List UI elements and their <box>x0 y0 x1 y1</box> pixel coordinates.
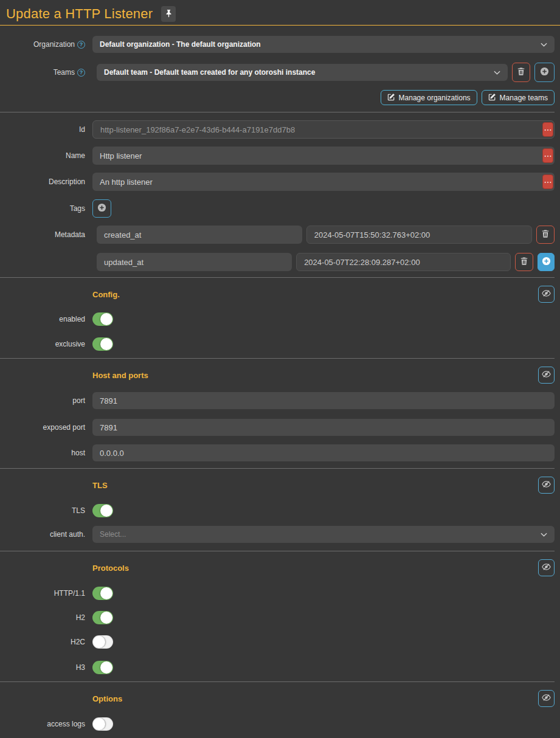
page-title: Update a HTTP Listener <box>6 6 153 22</box>
teams-add-button[interactable] <box>534 63 555 82</box>
exposed-port-row: exposed port <box>0 419 555 436</box>
exposed-port-input[interactable] <box>92 419 555 436</box>
exclusive-toggle[interactable] <box>92 337 113 351</box>
client-auth-row: client auth. Select... <box>0 526 555 543</box>
access-logs-toggle[interactable] <box>92 717 113 731</box>
chevron-down-icon <box>494 71 500 75</box>
enabled-label: enabled <box>59 315 85 323</box>
metadata-delete-button[interactable] <box>515 253 533 271</box>
host-label: host <box>71 449 85 457</box>
metadata-value-input[interactable] <box>296 253 511 271</box>
toggle-knob <box>100 338 112 350</box>
port-label: port <box>72 396 85 405</box>
manage-organizations-label: Manage organizations <box>399 94 471 102</box>
eye-slash-icon <box>542 480 551 490</box>
metadata-key-input[interactable] <box>97 226 302 244</box>
description-more-button[interactable]: ⋯ <box>542 174 553 189</box>
metadata-label: Metadata <box>55 230 85 239</box>
http11-toggle[interactable] <box>92 587 113 600</box>
edit-icon <box>387 93 395 103</box>
tags-add-button[interactable] <box>92 199 111 218</box>
name-input[interactable] <box>92 147 555 165</box>
eye-slash-icon <box>542 370 551 380</box>
options-hide-button[interactable] <box>538 690 555 707</box>
tls-hide-button[interactable] <box>538 477 555 494</box>
access-logs-row: access logs <box>0 717 555 731</box>
host-hide-button[interactable] <box>538 367 555 384</box>
id-label: Id <box>79 125 85 134</box>
tls-toggle[interactable] <box>92 504 113 517</box>
h2-row: H2 <box>0 611 555 624</box>
protocols-section-title: Protocols <box>92 564 129 573</box>
enabled-row: enabled <box>0 312 555 326</box>
toggle-knob <box>100 313 112 325</box>
teams-delete-button[interactable] <box>512 63 530 82</box>
section-divider <box>0 358 555 359</box>
toggle-knob <box>100 587 112 599</box>
trash-icon <box>517 67 525 78</box>
h3-label: H3 <box>76 663 85 672</box>
tls-label: TLS <box>72 506 85 515</box>
name-more-button[interactable]: ⋯ <box>542 148 553 163</box>
config-section-title: Config. <box>92 290 120 299</box>
exclusive-row: exclusive <box>0 337 555 351</box>
client-auth-select[interactable]: Select... <box>92 526 555 543</box>
tls-section-title: TLS <box>92 481 108 490</box>
tls-toggle-row: TLS <box>0 504 555 517</box>
manage-buttons-row: Manage organizations Manage teams <box>0 90 555 105</box>
protocols-hide-button[interactable] <box>538 559 555 576</box>
manage-teams-button[interactable]: Manage teams <box>482 90 555 105</box>
name-label: Name <box>66 151 85 160</box>
organization-select[interactable]: Default organization - The default organ… <box>92 36 555 53</box>
organization-select-value: Default organization - The default organ… <box>100 40 261 49</box>
toggle-knob <box>100 505 112 517</box>
organization-help-icon[interactable]: ? <box>77 41 85 49</box>
toggle-knob <box>100 661 112 674</box>
enabled-toggle[interactable] <box>92 312 113 326</box>
edit-icon <box>488 93 496 103</box>
manage-organizations-button[interactable]: Manage organizations <box>381 90 477 105</box>
metadata-add-button[interactable] <box>538 253 555 271</box>
teams-label-wrap: Teams ? <box>0 68 92 77</box>
teams-row: Teams ? Default team - Default team crea… <box>0 63 555 82</box>
pin-button[interactable] <box>161 6 176 22</box>
http11-row: HTTP/1.1 <box>0 587 555 600</box>
metadata-key-input[interactable] <box>97 253 292 271</box>
tags-row: Tags <box>0 199 555 218</box>
metadata-delete-button[interactable] <box>536 226 555 244</box>
teams-select[interactable]: Default team - Default team created for … <box>97 64 508 81</box>
plus-circle-icon <box>97 203 106 214</box>
host-section-header: Host and ports <box>92 367 555 384</box>
exclusive-label: exclusive <box>55 340 85 348</box>
manage-teams-label: Manage teams <box>500 94 548 102</box>
access-logs-label: access logs <box>47 720 85 728</box>
h2c-row: H2C <box>0 635 555 649</box>
toggle-knob <box>93 636 105 648</box>
host-input[interactable] <box>92 444 555 461</box>
description-row: Description ⋯ <box>0 173 555 191</box>
config-hide-button[interactable] <box>538 286 555 303</box>
section-divider <box>0 277 555 278</box>
toggle-knob <box>100 612 112 624</box>
section-divider <box>0 468 555 469</box>
port-input[interactable] <box>92 392 555 409</box>
id-input[interactable] <box>92 120 555 139</box>
h3-toggle[interactable] <box>92 661 113 674</box>
host-section-title: Host and ports <box>92 371 148 380</box>
options-section-title: Options <box>92 694 122 703</box>
toggle-knob <box>93 718 105 730</box>
id-more-button[interactable]: ⋯ <box>542 122 553 137</box>
description-input[interactable] <box>92 173 555 191</box>
plus-circle-icon <box>540 67 549 78</box>
plus-circle-icon <box>542 257 551 267</box>
trash-icon <box>520 257 528 267</box>
config-section-header: Config. <box>92 286 555 303</box>
tls-section-header: TLS <box>92 477 555 494</box>
client-auth-placeholder: Select... <box>100 530 126 539</box>
metadata-value-input[interactable] <box>306 226 532 244</box>
teams-select-value: Default team - Default team created for … <box>104 68 315 77</box>
teams-help-icon[interactable]: ? <box>77 69 85 77</box>
h2c-toggle[interactable] <box>92 635 113 649</box>
chevron-down-icon <box>541 43 547 47</box>
h2-toggle[interactable] <box>92 611 113 624</box>
